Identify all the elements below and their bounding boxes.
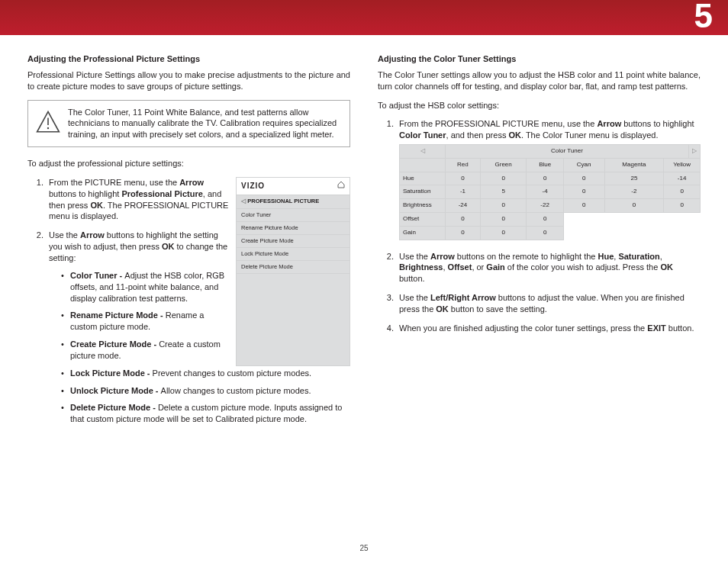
settings-list: Color Tuner - Adjust the HSB color, RGB … <box>61 270 350 425</box>
right-column: Adjusting the Color Tuner Settings The C… <box>378 53 701 433</box>
warning-icon <box>36 110 60 137</box>
color-tuner-table: ◁Color Tuner▷ RedGreenBlue CyanMagentaYe… <box>399 144 701 240</box>
list-item: Rename Picture Mode - Rename a custom pi… <box>61 310 350 333</box>
note-text: The Color Tuner, 11 Point White Balance,… <box>68 107 342 141</box>
step-4: When you are finished adjusting the colo… <box>396 323 701 334</box>
right-lead: To adjust the HSB color settings: <box>378 100 701 111</box>
menu-item: Rename Picture Mode <box>237 222 350 235</box>
list-item: Color Tuner - Adjust the HSB color, RGB … <box>61 270 350 304</box>
page-body: Adjusting the Professional Picture Setti… <box>27 53 701 433</box>
left-heading: Adjusting the Professional Picture Setti… <box>27 53 350 65</box>
menu-item: Lock Picture Mode <box>237 248 350 261</box>
left-column: Adjusting the Professional Picture Setti… <box>27 53 350 433</box>
menu-item: Create Picture Mode <box>237 235 350 248</box>
list-item: Delete Picture Mode - Delete a custom pi… <box>61 402 350 425</box>
step-1: From the PROFESSIONAL PICTURE menu, use … <box>396 118 701 240</box>
note-box: The Color Tuner, 11 Point White Balance,… <box>27 100 350 148</box>
left-lead: To adjust the professional picture setti… <box>27 158 350 169</box>
right-heading: Adjusting the Color Tuner Settings <box>378 53 701 65</box>
home-icon <box>337 181 345 191</box>
list-item: Lock Picture Mode - Prevent changes to c… <box>61 368 350 379</box>
svg-point-2 <box>47 127 49 129</box>
chapter-number: 5 <box>694 0 713 35</box>
list-item: Unlock Picture Mode - Allow changes to c… <box>61 385 350 397</box>
step-3: Use the Left/Right Arrow buttons to adju… <box>396 292 701 315</box>
page-number: 25 <box>359 544 368 552</box>
left-intro: Professional Picture Settings allow you … <box>27 69 350 92</box>
vizio-logo: VIZIO <box>241 181 265 191</box>
right-intro: The Color Tuner settings allow you to ad… <box>378 69 701 92</box>
menu-title: ◁ PROFESSIONAL PICTURE <box>237 195 350 209</box>
step-2: Use the Arrow buttons on the remote to h… <box>396 251 701 285</box>
menu-item: Color Tuner <box>237 209 350 222</box>
right-steps: From the PROFESSIONAL PICTURE menu, use … <box>396 118 701 333</box>
list-item: Create Picture Mode - Create a custom pi… <box>61 339 350 362</box>
header-bar: 5 <box>0 0 728 35</box>
